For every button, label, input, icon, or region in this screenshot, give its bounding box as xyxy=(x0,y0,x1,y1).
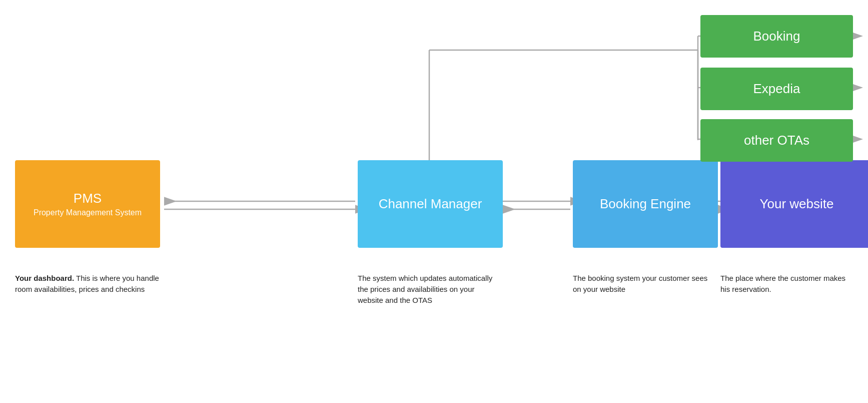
booking-engine-box: Booking Engine xyxy=(573,160,718,248)
your-website-description: The place where the customer makes his r… xyxy=(720,273,853,295)
pms-box: PMS Property Management System xyxy=(15,160,160,248)
pms-description: Your dashboard. This is where you handle… xyxy=(15,273,160,295)
your-website-title: Your website xyxy=(760,196,834,212)
ota-expedia-box: Expedia xyxy=(700,68,853,110)
your-website-box: Your website xyxy=(720,160,868,248)
pms-title: PMS xyxy=(74,191,102,206)
ota-booking-label: Booking xyxy=(753,29,800,44)
pms-subtitle: Property Management System xyxy=(34,208,142,217)
diagram-container: PMS Property Management System Channel M… xyxy=(0,0,868,403)
channel-manager-description: The system which updates automatically t… xyxy=(358,273,500,305)
channel-manager-title: Channel Manager xyxy=(379,196,482,212)
your-website-desc-text: The place where the customer makes his r… xyxy=(720,274,845,293)
ota-booking-box: Booking xyxy=(700,15,853,58)
booking-engine-desc-text: The booking system your customer sees on… xyxy=(573,274,707,293)
ota-other-box: other OTAs xyxy=(700,119,853,162)
booking-engine-description: The booking system your customer sees on… xyxy=(573,273,715,295)
booking-engine-title: Booking Engine xyxy=(600,196,691,212)
channel-manager-box: Channel Manager xyxy=(358,160,503,248)
ota-expedia-label: Expedia xyxy=(753,81,800,97)
pms-desc-bold: Your dashboard. xyxy=(15,274,74,282)
ota-other-label: other OTAs xyxy=(744,133,809,148)
channel-desc-text: The system which updates automatically t… xyxy=(358,274,492,304)
